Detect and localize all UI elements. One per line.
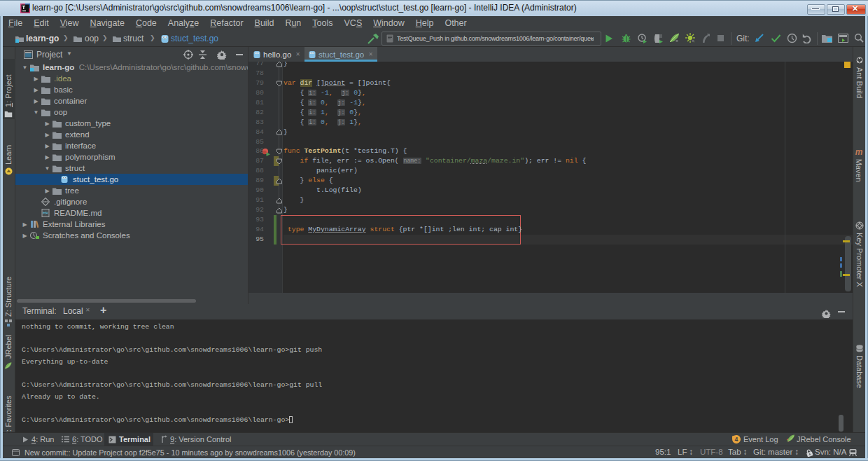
svg-text:4: 4 — [734, 436, 738, 443]
